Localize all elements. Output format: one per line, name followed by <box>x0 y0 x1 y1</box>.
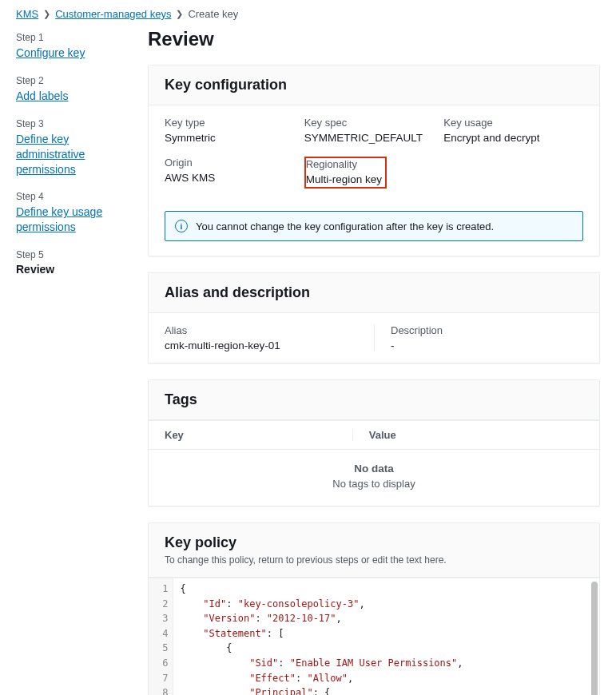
panel-subheading: To change this policy, return to previou… <box>165 554 583 566</box>
panel-heading: Key configuration <box>165 77 583 93</box>
value-origin: AWS KMS <box>165 172 304 184</box>
label-regionality: Regionality <box>306 158 382 170</box>
breadcrumb-root[interactable]: KMS <box>16 8 38 20</box>
highlight-regionality: Regionality Multi-region key <box>304 157 387 189</box>
step-review: Review <box>16 263 54 276</box>
value-key-type: Symmetric <box>165 132 304 144</box>
info-text: You cannot change the key configuration … <box>196 220 494 232</box>
panel-heading: Tags <box>165 391 583 408</box>
page-title: Review <box>148 28 600 50</box>
col-key: Key <box>165 429 353 441</box>
label-alias: Alias <box>165 324 374 336</box>
value-key-usage: Encrypt and decrypt <box>443 132 583 144</box>
label-origin: Origin <box>165 157 304 169</box>
step-label: Step 1 <box>16 32 140 43</box>
panel-key-configuration: Key configuration Key type Symmetric Key… <box>148 65 600 256</box>
panel-tags: Tags Key Value No data No tags to displa… <box>148 379 600 506</box>
panel-key-policy: Key policy To change this policy, return… <box>148 522 600 695</box>
panel-heading: Key policy <box>165 534 583 551</box>
label-key-spec: Key spec <box>304 117 444 129</box>
panel-heading: Alias and description <box>165 284 583 301</box>
value-regionality: Multi-region key <box>306 173 382 185</box>
label-key-usage: Key usage <box>443 117 583 129</box>
col-value: Value <box>353 429 412 441</box>
label-description: Description <box>391 324 583 336</box>
info-icon: i <box>175 220 188 232</box>
policy-code[interactable]: { "Id": "key-consolepolicy-3", "Version"… <box>173 578 599 695</box>
breadcrumb-current: Create key <box>188 8 238 20</box>
value-key-spec: SYMMETRIC_DEFAULT <box>304 132 444 144</box>
step-usage-permissions[interactable]: Define key usage permissions <box>16 205 140 235</box>
step-label: Step 3 <box>16 118 140 129</box>
wizard-sidebar: Step 1 Configure key Step 2 Add labels S… <box>0 28 140 695</box>
policy-editor[interactable]: 1234567891011121314 { "Id": "key-console… <box>149 578 599 695</box>
breadcrumb-mid[interactable]: Customer-managed keys <box>55 8 171 20</box>
value-description: - <box>391 340 583 351</box>
step-configure-key[interactable]: Configure key <box>16 46 85 61</box>
step-label: Step 4 <box>16 191 140 202</box>
chevron-right-icon: ❯ <box>43 9 50 19</box>
info-box: i You cannot change the key configuratio… <box>165 211 583 241</box>
scrollbar[interactable] <box>591 582 598 695</box>
nodata-title: No data <box>149 463 599 475</box>
nodata-subtitle: No tags to display <box>149 478 599 490</box>
step-admin-permissions[interactable]: Define key administrative permissions <box>16 132 140 177</box>
step-label: Step 2 <box>16 75 140 86</box>
step-label: Step 5 <box>16 249 140 260</box>
breadcrumb: KMS ❯ Customer-managed keys ❯ Create key <box>0 0 616 28</box>
step-add-labels[interactable]: Add labels <box>16 89 68 104</box>
label-key-type: Key type <box>165 117 304 129</box>
panel-alias-description: Alias and description Alias cmk-multi-re… <box>148 272 600 363</box>
line-gutter: 1234567891011121314 <box>149 578 173 695</box>
chevron-right-icon: ❯ <box>176 9 183 19</box>
value-alias: cmk-multi-region-key-01 <box>165 340 374 351</box>
